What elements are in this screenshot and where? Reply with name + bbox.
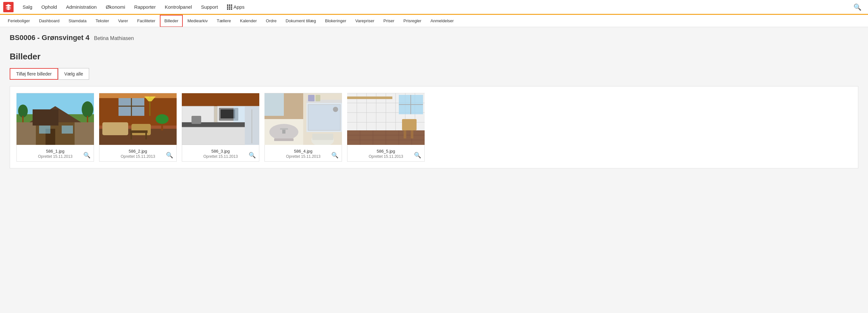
image-date: Oprettet 15.11.2013: [38, 154, 73, 159]
image-thumbnail[interactable]: [347, 93, 425, 145]
subnav-stamdata[interactable]: Stamdata: [64, 15, 91, 27]
page-header: BS0006 - Grønsvinget 4 Betina Mathiasen: [10, 34, 858, 42]
image-card: 586_1.jpg Oprettet 15.11.2013 🔍: [17, 93, 94, 162]
image-svg: [182, 93, 259, 145]
svg-rect-80: [347, 97, 392, 99]
subnav-anmeldelser[interactable]: Anmeldelser: [426, 15, 458, 27]
svg-point-10: [82, 101, 93, 117]
svg-rect-33: [221, 109, 235, 118]
nav-oekonomi[interactable]: Økonomi: [101, 0, 129, 14]
search-icon: 🔍: [854, 4, 862, 11]
svg-rect-1: [17, 114, 94, 122]
image-thumbnail[interactable]: [265, 93, 342, 145]
top-nav-items: Salg Ophold Administration Økonomi Rappo…: [18, 0, 850, 14]
subnav-varepriser[interactable]: Varepriser: [351, 15, 379, 27]
svg-rect-44: [308, 95, 314, 101]
search-button[interactable]: 🔍: [850, 3, 865, 11]
image-filename: 586_4.jpg: [286, 149, 321, 153]
image-card: 586_2.jpg Oprettet 15.11.2013 🔍: [99, 93, 177, 162]
image-thumbnail[interactable]: [99, 93, 177, 145]
subnav-faciliteter[interactable]: Faciliteter: [133, 15, 160, 27]
subnav-mediearkiv[interactable]: Mediearkiv: [183, 15, 212, 27]
svg-rect-19: [102, 122, 128, 135]
svg-rect-82: [404, 130, 406, 138]
svg-point-48: [333, 107, 338, 112]
svg-rect-42: [265, 93, 284, 116]
svg-rect-81: [402, 119, 416, 130]
svg-rect-25: [161, 124, 163, 130]
zoom-icon[interactable]: 🔍: [414, 152, 421, 159]
nav-apps[interactable]: Apps: [222, 0, 249, 14]
nav-kontrolpanel[interactable]: Kontrolpanel: [160, 0, 196, 14]
image-footer: 586_2.jpg Oprettet 15.11.2013 🔍: [99, 145, 176, 159]
image-card: 586_5.jpg Oprettet 15.11.2013 🔍: [347, 93, 425, 162]
svg-point-8: [18, 105, 28, 117]
subnav-priser[interactable]: Priser: [379, 15, 399, 27]
nav-ophold[interactable]: Ophold: [37, 0, 61, 14]
images-container: 586_1.jpg Oprettet 15.11.2013 🔍: [10, 86, 858, 168]
zoom-icon[interactable]: 🔍: [83, 152, 90, 159]
svg-rect-37: [191, 116, 201, 124]
subnav-prisregler[interactable]: Prisregler: [399, 15, 426, 27]
image-filename: 586_1.jpg: [38, 149, 73, 153]
image-svg: [99, 93, 177, 145]
svg-rect-9: [22, 116, 24, 122]
image-filename: 586_2.jpg: [121, 149, 155, 153]
image-svg: [347, 93, 425, 145]
image-footer: 586_5.jpg Oprettet 15.11.2013 🔍: [347, 145, 424, 159]
svg-rect-6: [39, 126, 51, 134]
image-date: Oprettet 15.11.2013: [204, 154, 238, 159]
svg-point-24: [156, 114, 168, 124]
image-footer: 586_3.jpg Oprettet 15.11.2013 🔍: [182, 145, 259, 159]
nav-salg[interactable]: Salg: [18, 0, 37, 14]
section-title: Billeder: [10, 51, 858, 62]
image-footer: 586_1.jpg Oprettet 15.11.2013 🔍: [17, 145, 94, 159]
subnav-blokeringer[interactable]: Blokeringer: [321, 15, 351, 27]
svg-rect-17: [99, 93, 177, 98]
image-card: 586_3.jpg Oprettet 15.11.2013 🔍: [182, 93, 259, 162]
add-images-button[interactable]: Tilføj flere billeder: [10, 68, 58, 80]
svg-rect-20: [131, 124, 151, 135]
image-footer: 586_4.jpg Oprettet 15.11.2013 🔍: [265, 145, 342, 159]
svg-rect-45: [315, 95, 320, 101]
nav-administration[interactable]: Administration: [61, 0, 101, 14]
subnav-ferieboliger[interactable]: Ferieboliger: [3, 15, 35, 27]
svg-rect-11: [87, 116, 88, 122]
svg-rect-21: [130, 130, 148, 133]
subnav-ordre[interactable]: Ordre: [261, 15, 281, 27]
subnav-dashboard[interactable]: Dashboard: [35, 15, 64, 27]
select-all-button[interactable]: Vælg alle: [58, 68, 89, 80]
image-svg: [265, 93, 342, 145]
image-date: Oprettet 15.11.2013: [369, 154, 403, 159]
apps-grid-icon: [227, 4, 232, 10]
nav-support[interactable]: Support: [196, 0, 222, 14]
svg-rect-23: [145, 133, 147, 139]
top-navigation: Salg Ophold Administration Økonomi Rappo…: [0, 0, 868, 15]
zoom-icon[interactable]: 🔍: [249, 152, 256, 159]
zoom-icon[interactable]: 🔍: [331, 152, 338, 159]
image-filename: 586_3.jpg: [204, 149, 238, 153]
image-thumbnail[interactable]: [17, 93, 94, 145]
owner-name: Betina Mathiasen: [94, 35, 134, 41]
subnav-billeder[interactable]: Billeder: [160, 15, 183, 27]
zoom-icon[interactable]: 🔍: [166, 152, 173, 159]
subnav-varer[interactable]: Varer: [114, 15, 133, 27]
subnav-kalender[interactable]: Kalender: [236, 15, 261, 27]
property-code: BS0006 - Grønsvinget 4: [10, 34, 89, 42]
image-filename: 586_5.jpg: [369, 149, 403, 153]
svg-rect-22: [130, 133, 132, 139]
svg-rect-83: [411, 130, 413, 138]
svg-rect-29: [182, 93, 259, 106]
action-bar: Tilføj flere billeder Vælg alle: [10, 68, 858, 80]
image-thumbnail[interactable]: [182, 93, 259, 145]
svg-rect-51: [274, 138, 293, 141]
logo[interactable]: [3, 2, 13, 12]
svg-rect-55: [312, 134, 333, 140]
nav-rapporter[interactable]: Rapporter: [129, 0, 160, 14]
svg-rect-7: [62, 126, 73, 134]
subnav-dokument-tillaeg[interactable]: Dokument tillæg: [281, 15, 321, 27]
subnav-tekster[interactable]: Tekster: [91, 15, 114, 27]
svg-rect-53: [280, 128, 288, 130]
subnav-taellere[interactable]: Tællere: [212, 15, 236, 27]
sub-navigation: Ferieboliger Dashboard Stamdata Tekster …: [0, 15, 868, 27]
